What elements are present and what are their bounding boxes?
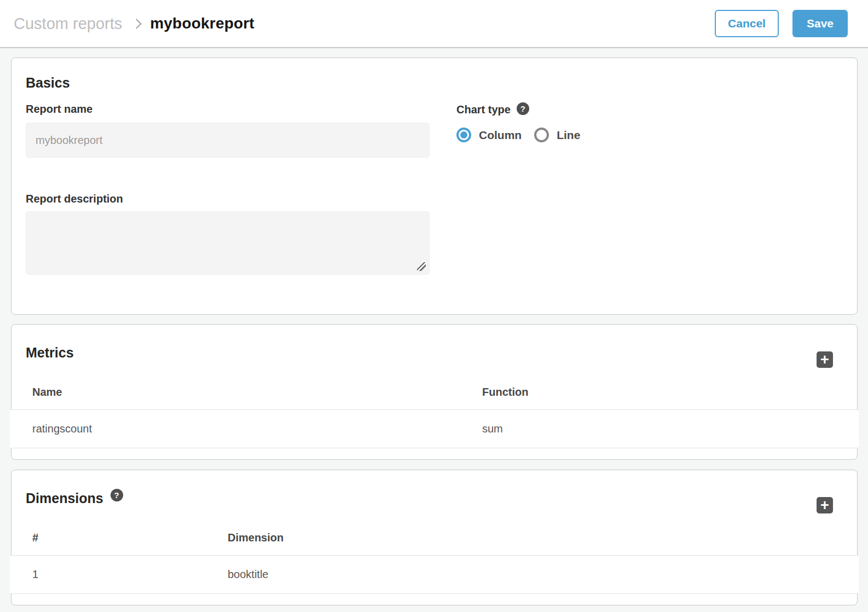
dimensions-table-header: # Dimension (11, 506, 857, 555)
page-title: mybookreport (150, 15, 254, 32)
chart-type-options: Column Line (456, 128, 843, 142)
dimensions-col-index: # (11, 532, 228, 544)
breadcrumb-custom-reports[interactable]: Custom reports (14, 15, 122, 33)
dimensions-card-footer (11, 594, 857, 606)
metrics-col-function: Function (482, 386, 857, 399)
radio-line[interactable] (534, 128, 549, 142)
report-description-label: Report description (26, 193, 430, 205)
dimension-name-cell: booktitle (228, 568, 857, 581)
add-metric-button[interactable]: + (817, 351, 833, 368)
topbar-actions: Cancel Save (715, 10, 848, 37)
radio-column[interactable] (456, 128, 471, 142)
cancel-button[interactable]: Cancel (715, 10, 779, 37)
metric-name-cell: ratingscount (11, 423, 482, 435)
radio-column-label[interactable]: Column (479, 129, 522, 142)
radio-line-label[interactable]: Line (557, 129, 580, 142)
top-bar: Custom reports mybookreport Cancel Save (0, 0, 868, 48)
add-dimension-button[interactable]: + (817, 497, 833, 513)
metrics-table-row[interactable]: ratingscount sum (10, 409, 859, 448)
dimensions-title: Dimensions (26, 490, 103, 506)
report-name-input[interactable] (26, 123, 430, 158)
save-button[interactable]: Save (792, 10, 848, 37)
report-description-input[interactable] (26, 211, 430, 275)
chart-type-label: Chart type (456, 103, 511, 116)
question-icon[interactable]: ? (111, 489, 123, 501)
basics-card: Basics Report name Report description Ch… (11, 57, 858, 315)
question-icon[interactable]: ? (517, 102, 529, 115)
report-name-label: Report name (26, 103, 430, 115)
metrics-title: Metrics (26, 344, 74, 361)
metrics-card-footer (11, 448, 857, 460)
metric-function-cell: sum (482, 423, 857, 435)
basics-title: Basics (26, 74, 843, 91)
dimension-index-cell: 1 (11, 568, 228, 581)
dimensions-card: Dimensions ? + # Dimension 1 booktitle (11, 470, 858, 605)
chevron-right-icon (132, 19, 142, 28)
metrics-card: Metrics + Name Function ratingscount sum (11, 324, 858, 460)
breadcrumb: Custom reports mybookreport (14, 15, 254, 33)
metrics-table-header: Name Function (11, 361, 857, 409)
dimensions-table-row[interactable]: 1 booktitle (10, 555, 859, 594)
main-content: Basics Report name Report description Ch… (0, 48, 868, 605)
metrics-col-name: Name (11, 386, 482, 399)
dimensions-col-dimension: Dimension (228, 532, 857, 544)
